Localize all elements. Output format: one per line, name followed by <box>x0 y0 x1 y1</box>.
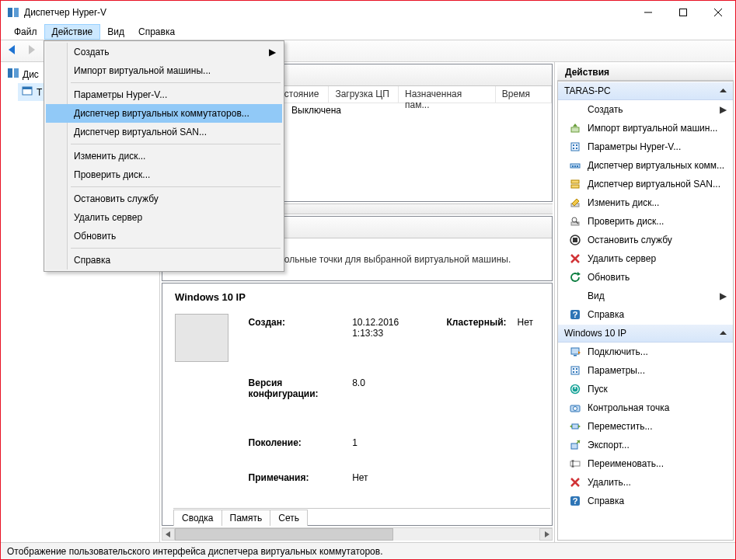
menu-справка[interactable]: Справка <box>131 24 182 40</box>
svg-text:?: ? <box>573 310 578 319</box>
action-label: Пуск <box>588 384 608 395</box>
menu-item[interactable]: Изменить диск... <box>46 147 282 165</box>
svg-rect-24 <box>573 148 574 149</box>
import-icon <box>569 122 581 134</box>
scroll-thumb[interactable] <box>175 528 393 541</box>
menu-вид[interactable]: Вид <box>100 24 131 40</box>
action-inspect[interactable]: Проверить диск... <box>558 212 733 231</box>
menu-item[interactable]: Проверить диск... <box>46 165 282 184</box>
tab-Сводка[interactable]: Сводка <box>173 510 222 526</box>
action-help[interactable]: ?Справка <box>558 305 733 324</box>
menu-item[interactable]: Создать▶ <box>46 43 282 61</box>
menu-separator <box>71 186 281 187</box>
scroll-track[interactable] <box>175 528 539 541</box>
nav-back-button[interactable] <box>5 43 21 58</box>
vm-state-cell: Выключена <box>285 103 355 119</box>
title-bar: Диспетчер Hyper-V <box>1 1 735 24</box>
svg-rect-46 <box>574 355 577 357</box>
tab-Сеть[interactable]: Сеть <box>270 510 308 526</box>
actions-group-header[interactable]: Windows 10 IP <box>558 324 733 343</box>
menu-item-label: Диспетчер виртуальной SAN... <box>74 127 207 137</box>
svg-rect-15 <box>23 87 32 89</box>
svg-rect-21 <box>571 143 579 151</box>
action-rename[interactable]: Переименовать... <box>558 454 733 473</box>
move-icon <box>569 420 581 433</box>
menu-item[interactable]: Диспетчер виртуальной SAN... <box>46 123 282 141</box>
settings-icon <box>569 141 581 153</box>
svg-rect-34 <box>571 222 579 225</box>
maximize-button[interactable] <box>665 1 700 24</box>
column-header[interactable]: Назначенная пам... <box>399 86 496 103</box>
export-icon <box>569 439 581 451</box>
action-settings[interactable]: Параметры... <box>558 361 733 380</box>
status-text: Отображение пользовательского интерфейса… <box>7 546 383 557</box>
action-connect[interactable]: Подключить... <box>558 343 733 361</box>
action-vswitch[interactable]: Диспетчер виртуальных комм... <box>558 156 733 175</box>
actions-group-name: Windows 10 IP <box>564 328 626 339</box>
action-stop[interactable]: Остановить службу <box>558 231 733 249</box>
edit-icon <box>569 197 581 209</box>
settings-icon <box>569 364 581 377</box>
tab-Память[interactable]: Память <box>221 510 271 526</box>
action-label: Удалить... <box>588 477 631 488</box>
action-label: Контрольная точка <box>588 402 669 413</box>
svg-rect-51 <box>573 371 574 373</box>
menu-item[interactable]: Справка <box>46 251 282 270</box>
menu-item-label: Импорт виртуальной машины... <box>74 65 211 76</box>
svg-marker-16 <box>166 531 170 537</box>
menu-item[interactable]: Остановить службу <box>46 190 282 208</box>
menu-item-label: Проверить диск... <box>74 169 150 180</box>
menu-действие[interactable]: Действие <box>44 24 101 40</box>
svg-marker-44 <box>720 331 727 335</box>
menu-item[interactable]: Диспетчер виртуальных коммутаторов... <box>46 104 282 123</box>
action-new[interactable]: Создать▶ <box>558 100 733 119</box>
actions-group-header[interactable]: TARAS-PC <box>558 82 733 100</box>
close-button[interactable] <box>700 1 735 24</box>
action-delete[interactable]: Удалить... <box>558 473 733 492</box>
menu-файл[interactable]: Файл <box>7 24 44 40</box>
menu-item[interactable]: Параметры Hyper-V... <box>46 85 282 104</box>
menu-separator <box>71 144 281 144</box>
details-tabs: СводкаПамятьСеть <box>173 508 550 525</box>
svg-marker-33 <box>572 199 579 206</box>
menu-item[interactable]: Импорт виртуальной машины... <box>46 61 282 80</box>
svg-marker-20 <box>573 123 577 127</box>
action-start[interactable]: Пуск <box>558 380 733 398</box>
action-label: Вид <box>588 290 605 301</box>
svg-rect-61 <box>571 443 577 449</box>
svg-line-36 <box>576 221 578 224</box>
detail-value: 10.12.2016 1:13:33 <box>347 315 424 374</box>
action-remove[interactable]: Удалить сервер <box>558 249 733 268</box>
action-san[interactable]: Диспетчер виртуальной SAN... <box>558 175 733 193</box>
vm-thumbnail <box>175 314 228 362</box>
menu-item[interactable]: Удалить сервер <box>46 208 282 227</box>
nav-fwd-button[interactable] <box>24 43 40 58</box>
svg-rect-52 <box>576 371 577 373</box>
action-help[interactable]: ?Справка <box>558 492 733 510</box>
column-header[interactable]: Время <box>496 86 552 103</box>
svg-rect-13 <box>14 68 19 78</box>
svg-rect-49 <box>573 368 574 370</box>
menu-item[interactable]: Обновить <box>46 227 282 245</box>
action-label: Переименовать... <box>588 458 664 469</box>
svg-rect-45 <box>571 348 579 354</box>
submenu-arrow-icon: ▶ <box>720 104 727 115</box>
action-move[interactable]: Переместить... <box>558 417 733 436</box>
svg-point-53 <box>570 384 580 394</box>
action-refresh[interactable]: Обновить <box>558 268 733 287</box>
scroll-left-button[interactable] <box>162 528 175 541</box>
scroll-right-button[interactable] <box>539 528 553 541</box>
collapse-arrow-icon <box>720 85 727 96</box>
action-settings[interactable]: Параметры Hyper-V... <box>558 137 733 156</box>
minimize-button[interactable] <box>630 1 665 24</box>
status-bar: Отображение пользовательского интерфейса… <box>1 542 735 559</box>
svg-point-37 <box>570 235 580 245</box>
column-header[interactable]: Загрузка ЦП <box>329 86 399 103</box>
action-export[interactable]: Экспорт... <box>558 436 733 454</box>
action-edit[interactable]: Изменить диск... <box>558 193 733 212</box>
action-view[interactable]: Вид▶ <box>558 287 733 305</box>
action-snapshot[interactable]: Контрольная точка <box>558 398 733 417</box>
action-import[interactable]: Импорт виртуальной машин... <box>558 119 733 137</box>
horizontal-scrollbar[interactable] <box>162 527 553 541</box>
svg-point-35 <box>572 217 577 222</box>
